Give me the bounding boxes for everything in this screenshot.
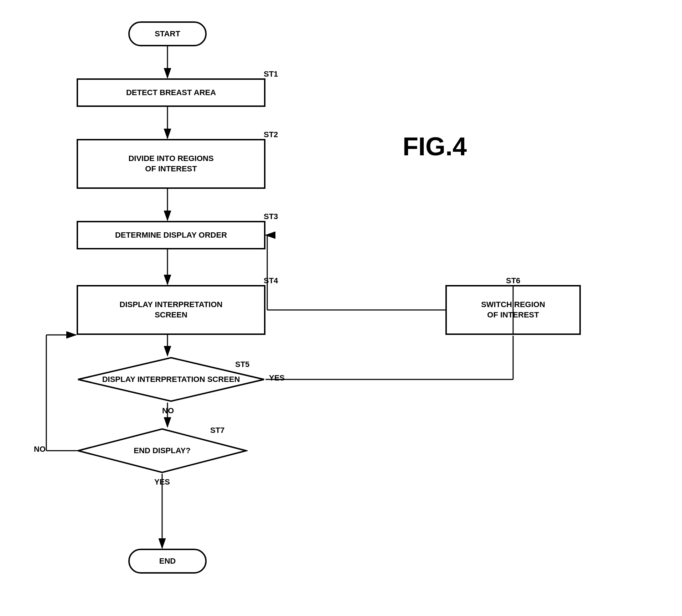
st2-label: ST2 — [264, 130, 278, 139]
st7-text: END DISPLAY? — [134, 446, 190, 455]
diagram-container: FIG.4 START ST1 DETECT BREAST AREA ST2 D… — [0, 0, 682, 616]
st2-node: DIVIDE INTO REGIONS OF INTEREST — [77, 139, 265, 189]
st7-no-label: NO — [34, 445, 46, 454]
st5-node: DISPLAY INTERPRETATION SCREEN — [77, 356, 265, 403]
st5-no-label: NO — [162, 406, 174, 415]
st3-node: DETERMINE DISPLAY ORDER — [77, 221, 265, 249]
st1-node: DETECT BREAST AREA — [77, 78, 265, 107]
st6-node: SWITCH REGION OF INTEREST — [445, 285, 581, 335]
st6-label: ST6 — [506, 276, 520, 285]
end-label: END — [159, 556, 176, 566]
start-label: START — [155, 29, 180, 39]
st4-node: DISPLAY INTERPRETATION SCREEN — [77, 285, 265, 335]
st6-text: SWITCH REGION OF INTEREST — [481, 300, 545, 320]
st2-text: DIVIDE INTO REGIONS OF INTEREST — [128, 154, 213, 174]
st5-yes-label: YES — [269, 373, 285, 383]
end-node: END — [128, 549, 207, 574]
fig-label: FIG.4 — [403, 132, 467, 161]
st7-yes-label: YES — [154, 477, 170, 487]
st3-label: ST3 — [264, 212, 278, 221]
start-node: START — [128, 21, 207, 46]
st1-text: DETECT BREAST AREA — [126, 88, 216, 98]
st7-node: END DISPLAY? — [77, 428, 248, 474]
st3-text: DETERMINE DISPLAY ORDER — [115, 230, 227, 240]
st1-label: ST1 — [264, 69, 278, 79]
st5-text: DISPLAY INTERPRETATION SCREEN — [102, 375, 240, 384]
st4-text: DISPLAY INTERPRETATION SCREEN — [120, 300, 223, 320]
st4-label: ST4 — [264, 276, 278, 285]
